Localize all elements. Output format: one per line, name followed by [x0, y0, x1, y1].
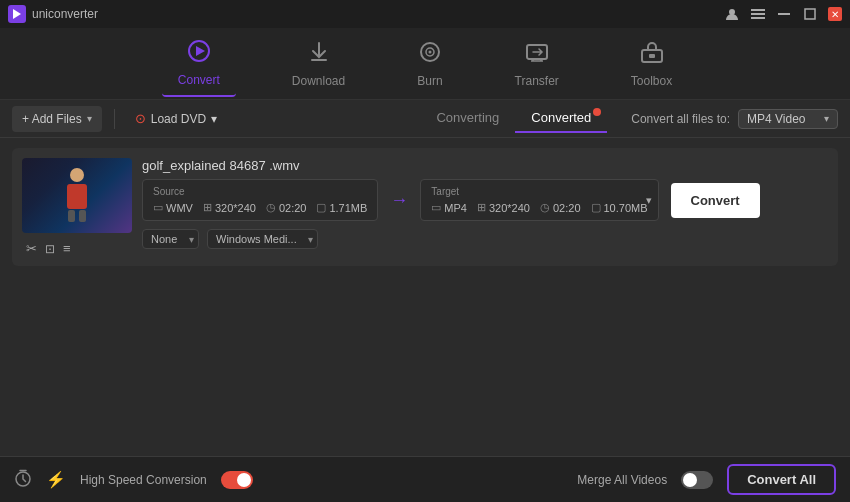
lightning-icon: ⚡: [46, 470, 66, 489]
video-file-icon: ▭: [153, 201, 163, 214]
format-selector[interactable]: MP4 Video ▾: [738, 109, 838, 129]
add-files-arrow-icon: ▾: [87, 113, 92, 124]
clock-icon: ◷: [266, 201, 276, 214]
target-format: ▭ MP4: [431, 201, 467, 214]
merge-videos-toggle[interactable]: [681, 471, 713, 489]
file-thumbnail: [22, 158, 132, 233]
merge-videos-label: Merge All Videos: [577, 473, 667, 487]
minimize-icon[interactable]: [776, 6, 792, 22]
nav-label-transfer: Transfer: [515, 74, 559, 88]
convert-all-button[interactable]: Convert All: [727, 464, 836, 495]
titlebar: uniconverter ✕: [0, 0, 850, 28]
converted-badge: [593, 108, 601, 116]
convert-button[interactable]: Convert: [671, 183, 760, 218]
merge-toggle-knob: [683, 473, 697, 487]
thumbnail-controls: ✂ ⊡ ≡: [22, 241, 132, 256]
effect-select[interactable]: None: [142, 229, 199, 249]
target-dropdown-icon[interactable]: ▾: [646, 194, 652, 207]
tabs-area: Converting Converted Convert all files t…: [420, 104, 838, 133]
thumbnail-area: ✂ ⊡ ≡: [22, 158, 132, 256]
toolbox-nav-icon: [640, 40, 664, 70]
source-duration: ◷ 02:20: [266, 201, 307, 214]
dvd-icon: ⊙: [135, 111, 146, 126]
target-label: Target: [431, 186, 647, 197]
nav-item-convert[interactable]: Convert: [162, 31, 236, 97]
nav-label-convert: Convert: [178, 73, 220, 87]
nav-item-toolbox[interactable]: Toolbox: [615, 32, 688, 96]
speed-conversion-toggle[interactable]: [221, 471, 253, 489]
app-logo: [8, 5, 26, 23]
nav-label-burn: Burn: [417, 74, 442, 88]
add-files-button[interactable]: + Add Files ▾: [12, 106, 102, 132]
svg-marker-0: [13, 9, 21, 19]
nav-label-toolbox: Toolbox: [631, 74, 672, 88]
svg-rect-15: [649, 54, 655, 58]
maximize-icon[interactable]: [802, 6, 818, 22]
convert-all-files-label: Convert all files to:: [631, 112, 730, 126]
menu-icon[interactable]: [750, 6, 766, 22]
titlebar-controls: ✕: [724, 6, 842, 22]
toolbar: + Add Files ▾ ⊙ Load DVD ▾ Converting Co…: [0, 100, 850, 138]
footer: ⚡ High Speed Conversion Merge All Videos…: [0, 456, 850, 502]
person-legs: [62, 210, 92, 222]
nav-item-burn[interactable]: Burn: [401, 32, 458, 96]
source-box: Source ▭ WMV ⊞ 320*240 ◷ 02:20: [142, 179, 378, 221]
person-leg-left: [68, 210, 75, 222]
svg-rect-4: [751, 17, 765, 19]
target-resolution-icon: ⊞: [477, 201, 486, 214]
load-dvd-button[interactable]: ⊙ Load DVD ▾: [127, 106, 225, 132]
tab-converted[interactable]: Converted: [515, 104, 607, 133]
subtitle-select[interactable]: Windows Medi...: [207, 229, 318, 249]
settings-icon[interactable]: ≡: [63, 241, 71, 256]
person-head: [70, 168, 84, 182]
svg-rect-5: [778, 13, 790, 15]
convert-nav-icon: [187, 39, 211, 69]
transfer-nav-icon: [525, 40, 549, 70]
toolbar-divider: [114, 109, 115, 129]
user-icon[interactable]: [724, 6, 740, 22]
target-box: Target ▭ MP4 ⊞ 320*240 ◷ 02:20: [420, 179, 658, 221]
person-leg-right: [79, 210, 86, 222]
source-resolution: ⊞ 320*240: [203, 201, 256, 214]
thumbnail-image: [22, 158, 132, 233]
app-name: uniconverter: [32, 7, 98, 21]
source-size: ▢ 1.71MB: [316, 201, 367, 214]
resolution-icon: ⊞: [203, 201, 212, 214]
trim-icon[interactable]: ✂: [26, 241, 37, 256]
person-body: [67, 184, 87, 209]
format-dropdown-icon: ▾: [824, 113, 829, 124]
target-size-icon: ▢: [591, 201, 601, 214]
svg-rect-6: [805, 9, 815, 19]
svg-rect-3: [751, 13, 765, 15]
effect-select-wrapper[interactable]: None: [142, 229, 199, 249]
options-row: None Windows Medi...: [142, 229, 828, 249]
source-label: Source: [153, 186, 367, 197]
svg-rect-2: [751, 9, 765, 11]
close-icon[interactable]: ✕: [828, 7, 842, 21]
nav-label-download: Download: [292, 74, 345, 88]
nav-item-download[interactable]: Download: [276, 32, 361, 96]
subtitle-select-wrapper[interactable]: Windows Medi...: [207, 229, 318, 249]
load-dvd-arrow-icon: ▾: [211, 112, 217, 126]
file-name: golf_explained 84687 .wmv: [142, 158, 828, 173]
target-duration: ◷ 02:20: [540, 201, 581, 214]
file-size-icon: ▢: [316, 201, 326, 214]
source-info: ▭ WMV ⊞ 320*240 ◷ 02:20 ▢: [153, 201, 367, 214]
nav-item-transfer[interactable]: Transfer: [499, 32, 575, 96]
target-video-icon: ▭: [431, 201, 441, 214]
speed-conversion-label: High Speed Conversion: [80, 473, 207, 487]
timer-icon[interactable]: [14, 469, 32, 491]
navbar: Convert Download Burn: [0, 28, 850, 100]
target-clock-icon: ◷: [540, 201, 550, 214]
tab-converting[interactable]: Converting: [420, 104, 515, 133]
speed-toggle-knob: [237, 473, 251, 487]
source-to-target-arrow: →: [390, 190, 408, 211]
crop-icon[interactable]: ⊡: [45, 242, 55, 256]
target-info: ▭ MP4 ⊞ 320*240 ◷ 02:20 ▢: [431, 201, 647, 214]
svg-point-12: [428, 50, 431, 53]
main-content: ✂ ⊡ ≡ golf_explained 84687 .wmv Source ▭…: [0, 138, 850, 456]
person-figure: [62, 168, 92, 223]
target-size: ▢ 10.70MB: [591, 201, 648, 214]
file-item: ✂ ⊡ ≡ golf_explained 84687 .wmv Source ▭…: [12, 148, 838, 266]
svg-rect-9: [311, 59, 327, 61]
